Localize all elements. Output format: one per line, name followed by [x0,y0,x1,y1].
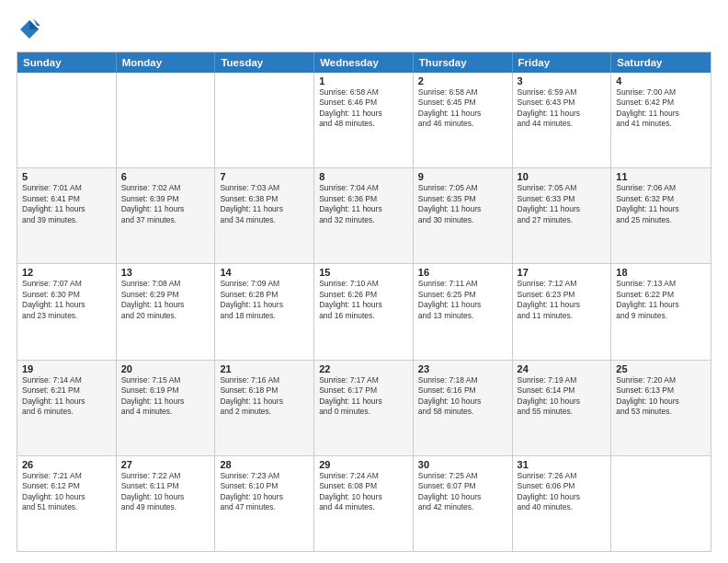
calendar-row: 19Sunrise: 7:14 AM Sunset: 6:21 PM Dayli… [17,360,711,455]
cell-info: Sunrise: 7:14 AM Sunset: 6:21 PM Dayligh… [22,375,111,418]
day-number: 21 [220,363,309,374]
calendar: SundayMondayTuesdayWednesdayThursdayFrid… [17,52,711,552]
svg-marker-2 [33,18,40,26]
cell-info: Sunrise: 7:05 AM Sunset: 6:33 PM Dayligh… [518,183,607,225]
calendar-cell: 8Sunrise: 7:04 AM Sunset: 6:36 PM Daylig… [314,168,414,263]
cell-info: Sunrise: 7:23 AM Sunset: 6:10 PM Dayligh… [220,471,309,513]
cell-info: Sunrise: 7:02 AM Sunset: 6:39 PM Dayligh… [121,183,210,225]
day-number: 22 [319,363,408,374]
calendar-cell: 17Sunrise: 7:12 AM Sunset: 6:23 PM Dayli… [513,264,612,359]
day-number: 20 [121,363,210,374]
cell-info: Sunrise: 7:20 AM Sunset: 6:13 PM Dayligh… [616,375,706,418]
cell-info: Sunrise: 6:59 AM Sunset: 6:43 PM Dayligh… [518,87,607,130]
calendar-row: 26Sunrise: 7:21 AM Sunset: 6:12 PM Dayli… [17,455,711,551]
calendar-cell: 3Sunrise: 6:59 AM Sunset: 6:43 PM Daylig… [513,73,612,167]
day-number: 28 [220,459,309,470]
day-number: 17 [518,267,607,278]
weekday-header: Thursday [414,52,513,73]
calendar-cell: 15Sunrise: 7:10 AM Sunset: 6:26 PM Dayli… [314,264,414,359]
cell-info: Sunrise: 6:58 AM Sunset: 6:46 PM Dayligh… [319,87,408,130]
day-number: 31 [518,459,607,470]
day-number: 8 [319,171,408,182]
cell-info: Sunrise: 7:10 AM Sunset: 6:26 PM Dayligh… [319,279,408,321]
calendar-cell: 29Sunrise: 7:24 AM Sunset: 6:08 PM Dayli… [314,456,414,551]
cell-info: Sunrise: 7:16 AM Sunset: 6:18 PM Dayligh… [220,375,309,418]
calendar-cell: 12Sunrise: 7:07 AM Sunset: 6:30 PM Dayli… [17,264,117,359]
calendar-cell: 18Sunrise: 7:13 AM Sunset: 6:22 PM Dayli… [611,264,711,359]
weekday-header: Tuesday [215,52,314,73]
calendar-cell: 24Sunrise: 7:19 AM Sunset: 6:14 PM Dayli… [513,361,612,455]
day-number: 4 [616,75,706,86]
weekday-header: Monday [117,52,216,73]
day-number: 16 [418,267,507,278]
day-number: 14 [220,267,309,278]
day-number: 10 [518,171,607,182]
calendar-row: 5Sunrise: 7:01 AM Sunset: 6:41 PM Daylig… [17,167,711,263]
calendar-cell: 14Sunrise: 7:09 AM Sunset: 6:28 PM Dayli… [215,264,314,359]
calendar-cell: 27Sunrise: 7:22 AM Sunset: 6:11 PM Dayli… [117,456,216,551]
weekday-header: Sunday [17,52,117,73]
day-number: 24 [518,363,607,374]
logo [17,17,46,42]
day-number: 18 [616,267,706,278]
calendar-cell: 6Sunrise: 7:02 AM Sunset: 6:39 PM Daylig… [117,168,216,263]
cell-info: Sunrise: 7:24 AM Sunset: 6:08 PM Dayligh… [319,471,408,513]
cell-info: Sunrise: 7:01 AM Sunset: 6:41 PM Dayligh… [22,183,111,225]
cell-info: Sunrise: 7:26 AM Sunset: 6:06 PM Dayligh… [518,471,607,513]
cell-info: Sunrise: 7:18 AM Sunset: 6:16 PM Dayligh… [418,375,507,418]
calendar-cell: 7Sunrise: 7:03 AM Sunset: 6:38 PM Daylig… [215,168,314,263]
cell-info: Sunrise: 7:19 AM Sunset: 6:14 PM Dayligh… [518,375,607,418]
calendar-header: SundayMondayTuesdayWednesdayThursdayFrid… [17,52,711,73]
calendar-row: 12Sunrise: 7:07 AM Sunset: 6:30 PM Dayli… [17,263,711,359]
cell-info: Sunrise: 7:07 AM Sunset: 6:30 PM Dayligh… [22,279,111,321]
day-number: 29 [319,459,408,470]
day-number: 6 [121,171,210,182]
cell-info: Sunrise: 7:25 AM Sunset: 6:07 PM Dayligh… [418,471,507,513]
cell-info: Sunrise: 7:22 AM Sunset: 6:11 PM Dayligh… [121,471,210,513]
calendar-cell: 5Sunrise: 7:01 AM Sunset: 6:41 PM Daylig… [17,168,117,263]
calendar-cell: 31Sunrise: 7:26 AM Sunset: 6:06 PM Dayli… [513,456,612,551]
cell-info: Sunrise: 7:05 AM Sunset: 6:35 PM Dayligh… [418,183,507,225]
cell-info: Sunrise: 7:17 AM Sunset: 6:17 PM Dayligh… [319,375,408,418]
logo-icon [17,17,42,42]
day-number: 9 [418,171,507,182]
calendar-cell: 30Sunrise: 7:25 AM Sunset: 6:07 PM Dayli… [414,456,513,551]
calendar-cell: 28Sunrise: 7:23 AM Sunset: 6:10 PM Dayli… [215,456,314,551]
day-number: 27 [121,459,210,470]
calendar-cell [611,456,711,551]
cell-info: Sunrise: 7:00 AM Sunset: 6:42 PM Dayligh… [616,87,706,130]
cell-info: Sunrise: 7:04 AM Sunset: 6:36 PM Dayligh… [319,183,408,225]
calendar-cell: 25Sunrise: 7:20 AM Sunset: 6:13 PM Dayli… [611,361,711,455]
header [17,17,711,42]
cell-info: Sunrise: 7:21 AM Sunset: 6:12 PM Dayligh… [22,471,111,513]
cell-info: Sunrise: 7:11 AM Sunset: 6:25 PM Dayligh… [418,279,507,321]
page: SundayMondayTuesdayWednesdayThursdayFrid… [0,0,728,563]
calendar-cell: 1Sunrise: 6:58 AM Sunset: 6:46 PM Daylig… [314,73,414,167]
cell-info: Sunrise: 7:08 AM Sunset: 6:29 PM Dayligh… [121,279,210,321]
day-number: 30 [418,459,507,470]
calendar-cell: 13Sunrise: 7:08 AM Sunset: 6:29 PM Dayli… [117,264,216,359]
calendar-cell: 10Sunrise: 7:05 AM Sunset: 6:33 PM Dayli… [513,168,612,263]
calendar-cell: 4Sunrise: 7:00 AM Sunset: 6:42 PM Daylig… [611,73,711,167]
calendar-body: 1Sunrise: 6:58 AM Sunset: 6:46 PM Daylig… [17,73,711,551]
calendar-cell: 23Sunrise: 7:18 AM Sunset: 6:16 PM Dayli… [414,361,513,455]
calendar-cell [215,73,314,167]
day-number: 13 [121,267,210,278]
day-number: 11 [616,171,706,182]
calendar-cell: 9Sunrise: 7:05 AM Sunset: 6:35 PM Daylig… [414,168,513,263]
cell-info: Sunrise: 7:12 AM Sunset: 6:23 PM Dayligh… [518,279,607,321]
day-number: 25 [616,363,706,374]
day-number: 2 [418,75,507,86]
day-number: 23 [418,363,507,374]
weekday-header: Wednesday [314,52,414,73]
calendar-cell: 22Sunrise: 7:17 AM Sunset: 6:17 PM Dayli… [314,361,414,455]
calendar-cell: 11Sunrise: 7:06 AM Sunset: 6:32 PM Dayli… [611,168,711,263]
cell-info: Sunrise: 6:58 AM Sunset: 6:45 PM Dayligh… [418,87,507,130]
weekday-header: Saturday [611,52,711,73]
calendar-row: 1Sunrise: 6:58 AM Sunset: 6:46 PM Daylig… [17,73,711,167]
calendar-cell: 19Sunrise: 7:14 AM Sunset: 6:21 PM Dayli… [17,361,117,455]
day-number: 3 [518,75,607,86]
calendar-cell [17,73,117,167]
day-number: 15 [319,267,408,278]
cell-info: Sunrise: 7:13 AM Sunset: 6:22 PM Dayligh… [616,279,706,321]
